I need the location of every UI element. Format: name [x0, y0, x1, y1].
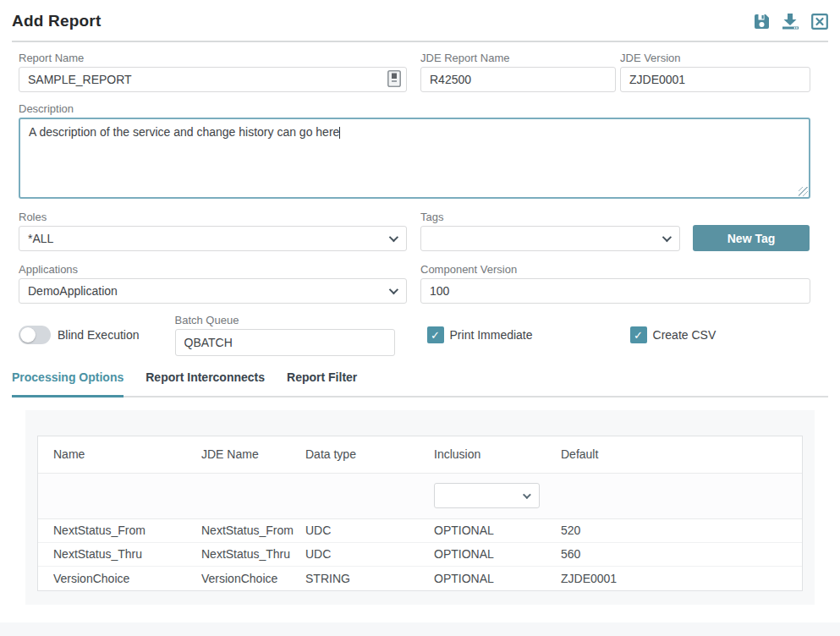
- cell-inclusion: OPTIONAL: [434, 547, 561, 561]
- component-version-input[interactable]: [420, 278, 810, 304]
- create-csv-label: Create CSV: [653, 328, 716, 342]
- report-form: Report Name JDE Report Name JDE Version: [19, 52, 810, 356]
- inclusion-filter-select[interactable]: [434, 483, 540, 508]
- roles-field: Roles *ALL: [19, 211, 407, 251]
- applications-value: DemoApplication: [28, 284, 118, 298]
- column-header-data-type: Data type: [305, 447, 434, 461]
- create-csv-checkbox[interactable]: ✓ Create CSV: [630, 326, 716, 343]
- report-name-field: Report Name: [19, 52, 407, 92]
- text-caret: [339, 127, 340, 139]
- toggle-knob: [20, 327, 36, 343]
- roles-label: Roles: [19, 211, 407, 223]
- batch-queue-label: Batch Queue: [175, 314, 395, 326]
- cell-inclusion: OPTIONAL: [434, 524, 561, 537]
- processing-options-panel: Name JDE Name Data type Inclusion Defaul…: [25, 410, 815, 605]
- cell-data-type: UDC: [305, 547, 434, 561]
- resize-grip-icon[interactable]: [799, 187, 808, 196]
- report-name-input[interactable]: [19, 67, 407, 92]
- blind-execution-toggle[interactable]: [19, 326, 51, 344]
- component-version-field: Component Version: [420, 263, 810, 304]
- table-row[interactable]: NextStatus_From NextStatus_From UDC OPTI…: [38, 519, 802, 543]
- column-header-name: Name: [53, 447, 201, 461]
- cell-jde-name: NextStatus_From: [201, 524, 305, 537]
- autofill-icon: [387, 70, 401, 87]
- processing-options-table: Name JDE Name Data type Inclusion Defaul…: [37, 436, 803, 591]
- new-tag-button[interactable]: New Tag: [693, 225, 810, 251]
- batch-queue-input[interactable]: [175, 329, 395, 356]
- cell-data-type: STRING: [305, 572, 434, 585]
- table-row[interactable]: VersionChoice VersionChoice STRING OPTIO…: [38, 567, 802, 590]
- print-immediate-label: Print Immediate: [450, 328, 533, 342]
- chevron-down-icon: [389, 233, 398, 242]
- save-icon[interactable]: [754, 14, 770, 30]
- roles-value: *ALL: [28, 232, 53, 245]
- tab-processing-options[interactable]: Processing Options: [12, 370, 124, 398]
- column-header-default: Default: [561, 447, 802, 461]
- header-actions: [754, 13, 828, 30]
- jde-version-input[interactable]: [620, 67, 810, 92]
- tab-report-interconnects[interactable]: Report Interconnects: [145, 370, 265, 398]
- page-title: Add Report: [12, 12, 101, 30]
- cell-name: VersionChoice: [53, 572, 201, 585]
- cell-default: 560: [561, 547, 802, 561]
- cell-jde-name: NextStatus_Thru: [201, 547, 305, 561]
- table-header-row: Name JDE Name Data type Inclusion Defaul…: [38, 436, 802, 474]
- jde-version-label: JDE Version: [620, 52, 810, 64]
- description-label: Description: [19, 102, 810, 115]
- close-icon[interactable]: [811, 14, 828, 30]
- chevron-down-icon: [389, 285, 398, 294]
- description-field: Description A description of the service…: [19, 102, 810, 199]
- applications-select[interactable]: DemoApplication: [19, 278, 407, 304]
- print-immediate-checkbox[interactable]: ✓ Print Immediate: [427, 326, 533, 343]
- tags-select[interactable]: [420, 226, 680, 251]
- description-textarea[interactable]: A description of the service and change …: [19, 118, 810, 199]
- cell-default: 520: [561, 524, 802, 537]
- tags-field: Tags: [420, 211, 680, 251]
- jde-report-name-input[interactable]: [420, 67, 616, 92]
- inclusion-filter-cell: [434, 483, 561, 508]
- batch-queue-field: Batch Queue: [175, 314, 395, 356]
- header: Add Report: [12, 12, 828, 42]
- jde-report-name-field: JDE Report Name: [420, 52, 616, 92]
- report-name-label: Report Name: [19, 52, 407, 64]
- jde-report-name-label: JDE Report Name: [420, 52, 616, 64]
- checkmark-icon: ✓: [427, 326, 444, 343]
- download-icon[interactable]: [781, 13, 800, 30]
- table-row[interactable]: NextStatus_Thru NextStatus_Thru UDC OPTI…: [38, 543, 802, 567]
- applications-field: Applications DemoApplication: [19, 263, 407, 304]
- roles-row: Roles *ALL Tags New Tag: [19, 211, 810, 251]
- chevron-down-icon: [523, 491, 531, 499]
- blind-execution-label: Blind Execution: [58, 328, 140, 342]
- name-row: Report Name JDE Report Name JDE Version: [19, 52, 810, 92]
- tab-bar: Processing Options Report Interconnects …: [12, 370, 828, 398]
- tags-label: Tags: [420, 211, 680, 223]
- cell-inclusion: OPTIONAL: [434, 572, 561, 585]
- tab-report-filter[interactable]: Report Filter: [287, 370, 357, 398]
- chevron-down-icon: [662, 233, 672, 242]
- cell-default: ZJDE0001: [561, 572, 802, 585]
- cell-jde-name: VersionChoice: [201, 572, 305, 585]
- column-header-jde-name: JDE Name: [201, 447, 305, 461]
- column-header-inclusion: Inclusion: [434, 447, 561, 461]
- cell-name: NextStatus_Thru: [53, 547, 201, 561]
- page-background-strip: [0, 622, 840, 636]
- description-text: A description of the service and change …: [29, 125, 339, 139]
- applications-label: Applications: [19, 263, 407, 276]
- jde-version-field: JDE Version: [620, 52, 810, 92]
- roles-select[interactable]: *ALL: [19, 226, 407, 251]
- checkmark-icon: ✓: [630, 326, 647, 343]
- component-version-label: Component Version: [420, 263, 810, 276]
- table-filter-row: [38, 474, 802, 519]
- applications-row: Applications DemoApplication Component V…: [19, 263, 810, 304]
- cell-name: NextStatus_From: [53, 524, 201, 537]
- execution-row: Blind Execution Batch Queue ✓ Print Imme…: [19, 314, 810, 356]
- cell-data-type: UDC: [305, 524, 434, 537]
- add-report-page: Add Report: [0, 0, 840, 605]
